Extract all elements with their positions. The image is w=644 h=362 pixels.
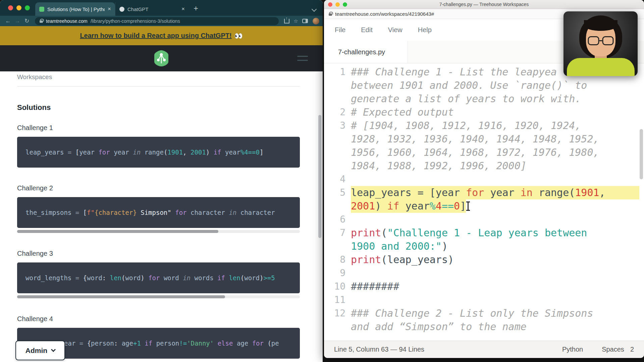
editor-row[interactable]: 1956, 1960, 1964, 1968, 1972, 1976, 1980… <box>324 146 644 159</box>
horizontal-scrollbar[interactable] <box>17 230 300 233</box>
editor-row[interactable]: 1928, 1932, 1936, 1940, 1944, 1948, 1952… <box>324 132 644 146</box>
menu-edit[interactable]: Edit <box>361 26 372 34</box>
code-line[interactable]: 1984, 1988, 1992, 1996, 2000] <box>351 159 527 173</box>
treehouse-logo[interactable] <box>154 50 169 67</box>
editor-scrollbar-thumb[interactable] <box>640 129 643 179</box>
language-mode[interactable]: Python <box>562 346 583 353</box>
chevron-down-icon <box>51 347 56 352</box>
forward-button[interactable]: → <box>13 18 22 24</box>
code-line[interactable]: 2001) if year%4==0] <box>351 199 466 213</box>
editor-row[interactable]: 1984, 1988, 1992, 1996, 2000] <box>324 159 644 173</box>
code-editor[interactable]: 1### Challenge 1 - List the leapyeabetwe… <box>324 63 644 341</box>
code-line[interactable]: print("Challenge 1 - Leap years between <box>351 226 587 240</box>
editor-row[interactable]: 2001) if year%4==0] <box>324 199 644 213</box>
challenge-heading: Challenge 4 <box>17 315 323 323</box>
close-window-button[interactable] <box>328 2 332 7</box>
editor-row[interactable]: 6 <box>324 213 644 226</box>
url-host: teamtreehouse.com <box>46 18 88 24</box>
url-path: /library/python-comprehensions-3/solutio… <box>91 18 180 24</box>
editor-row[interactable]: 8print(leap_years) <box>324 253 644 266</box>
editor-row[interactable]: 11 <box>324 293 644 307</box>
browser-tabstrip: Solutions (How To) | Python Co × ChatGPT… <box>0 0 323 16</box>
code-snippet[interactable]: leap_years = [year for year in range(190… <box>17 137 300 168</box>
window-controls <box>328 2 347 7</box>
editor-row[interactable]: and add “Simpson” to the name <box>324 320 644 334</box>
file-tab[interactable]: 7-challenges.py <box>324 41 408 63</box>
file-tab-label: 7-challenges.py <box>338 48 385 56</box>
scrollbar-thumb[interactable] <box>17 295 225 298</box>
vertical-scrollbar-thumb[interactable] <box>318 115 321 238</box>
code-line[interactable]: 1956, 1960, 1964, 1968, 1972, 1976, 1980… <box>351 146 599 159</box>
statusbar-right: Python Spaces2 <box>562 346 634 353</box>
code-line[interactable]: 1900 and 2000:") <box>351 240 448 253</box>
challenge-section-3: Challenge 3 word_lengths = {word: len(wo… <box>17 250 323 298</box>
editor-row[interactable]: 7print("Challenge 1 - Leap years between <box>324 226 644 240</box>
editor-row[interactable]: 10######## <box>324 280 644 293</box>
page-content: Workspaces Solutions Challenge 1 leap_ye… <box>0 71 323 362</box>
maximize-window-button[interactable] <box>343 2 347 7</box>
code-line[interactable]: generate a list of years to work with. <box>351 92 581 106</box>
code-line[interactable]: ### Challenge 1 - List the leapyea <box>351 65 557 79</box>
code-line[interactable]: and add “Simpson” to the name <box>351 320 527 334</box>
code-line[interactable]: # Expected output <box>351 106 454 119</box>
minimize-window-button[interactable] <box>16 5 21 10</box>
editor-statusbar: Line 5, Column 63 — 94 Lines Python Spac… <box>324 341 644 358</box>
scrollbar-thumb[interactable] <box>17 230 218 233</box>
hamburger-menu-icon[interactable] <box>297 56 308 61</box>
challenge-heading: Challenge 1 <box>17 124 323 132</box>
horizontal-scrollbar[interactable] <box>17 295 300 298</box>
code-line[interactable]: 1928, 1932, 1936, 1940, 1944, 1948, 1952… <box>351 132 599 146</box>
maximize-window-button[interactable] <box>25 5 30 10</box>
editor-row[interactable]: 5leap_years = [year for year in range(19… <box>324 186 644 199</box>
code-line[interactable]: # [1904, 1908, 1912, 1916, 1920, 1924, <box>351 119 581 132</box>
editor-row[interactable]: generate a list of years to work with. <box>324 92 644 106</box>
editor-row[interactable]: 1900 and 2000:") <box>324 240 644 253</box>
menu-file[interactable]: File <box>335 26 345 34</box>
editor-row[interactable]: 9 <box>324 266 644 280</box>
site-header <box>0 45 323 71</box>
code-snippet[interactable]: the_simpsons = [f"{character} Simpson" f… <box>17 197 300 228</box>
chatgpt-favicon <box>119 7 124 12</box>
line-number: 5 <box>324 186 345 199</box>
window-controls <box>8 5 30 10</box>
line-number: 8 <box>324 253 345 266</box>
window-title: 7-challenges.py — Treehouse Workspaces <box>439 2 529 7</box>
workspaces-label[interactable]: Workspaces <box>17 71 323 81</box>
share-icon[interactable] <box>284 19 289 23</box>
editor-row[interactable]: 3# [1904, 1908, 1912, 1916, 1920, 1924, <box>324 119 644 132</box>
code-line[interactable]: ######## <box>351 280 399 293</box>
line-number: 11 <box>324 293 345 307</box>
new-tab-button[interactable]: + <box>194 4 198 13</box>
bookmark-star-icon[interactable]: ☆ <box>291 18 300 24</box>
close-window-button[interactable] <box>8 5 13 10</box>
profile-avatar[interactable] <box>313 18 319 24</box>
code-line[interactable]: leap_years = [year for year in range(190… <box>351 186 639 199</box>
menu-help[interactable]: Help <box>418 26 432 34</box>
editor-row[interactable]: 4 <box>324 173 644 186</box>
tab-search-chevron-icon[interactable] <box>312 7 317 12</box>
promo-banner[interactable]: Learn how to build a React app using Cha… <box>0 26 323 45</box>
person-bangs <box>584 20 618 31</box>
editor-row[interactable]: between 1901 and 2000. Use `range()` to <box>324 79 644 92</box>
code-snippet[interactable]: word_lengths = {word: len(word) for word… <box>17 262 300 293</box>
url-text: teamtreehouse.com/workspaces/42190643# <box>335 11 434 17</box>
window-titlebar: 7-challenges.py — Treehouse Workspaces <box>324 0 644 9</box>
code-line[interactable]: print(leap_years) <box>351 253 454 266</box>
reload-button[interactable]: ↻ <box>22 17 32 24</box>
editor-row[interactable]: 12### Challenge 2 - List only the Simpso… <box>324 307 644 320</box>
editor-row[interactable]: 2# Expected output <box>324 106 644 119</box>
minimize-window-button[interactable] <box>335 2 340 7</box>
side-panel-icon[interactable] <box>302 19 308 23</box>
admin-dropdown-button[interactable]: Admin <box>15 341 65 360</box>
close-tab-icon[interactable]: × <box>108 6 111 12</box>
back-button[interactable]: ← <box>3 18 13 24</box>
address-bar[interactable]: teamtreehouse.com/library/python-compreh… <box>35 17 279 25</box>
tab-solutions[interactable]: Solutions (How To) | Python Co × <box>35 2 115 16</box>
code-line[interactable]: between 1901 and 2000. Use `range()` to <box>351 79 587 92</box>
code-line[interactable]: ### Challenge 2 - List only the Simpsons <box>351 307 593 320</box>
promo-banner-link[interactable]: Learn how to build a React app using Cha… <box>80 32 231 40</box>
close-tab-icon[interactable]: × <box>181 6 185 12</box>
menu-view[interactable]: View <box>388 26 402 34</box>
indentation-setting[interactable]: Spaces2 <box>602 346 634 353</box>
tab-chatgpt[interactable]: ChatGPT × <box>115 2 189 16</box>
